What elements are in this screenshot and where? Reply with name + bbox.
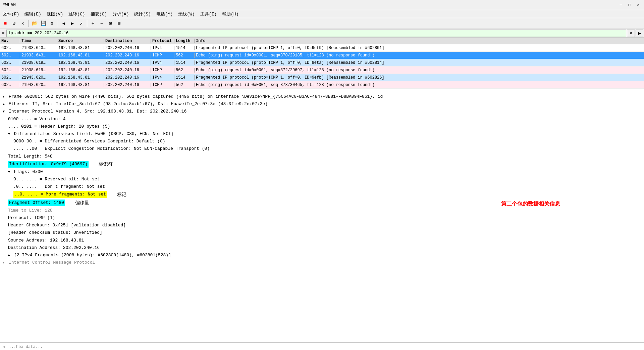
- menu-item-F[interactable]: 文件(F): [0, 10, 22, 18]
- reserved-line: 0... .... = Reserved bit: Not set: [0, 176, 644, 183]
- frag-offset-highlight: Fragment Offset: 1480: [8, 200, 65, 206]
- hex-row1: ◀ ...hex data...: [3, 344, 641, 349]
- dont-frag-line: .0.. .... = Don't fragment: Not set: [0, 183, 644, 190]
- frag-offset-annotation: 偏移量: [75, 200, 89, 206]
- proto-line: Protocol: ICMP (1): [0, 214, 644, 222]
- filter-label: ■: [1, 31, 6, 36]
- toolbar-goto-button[interactable]: ↗: [77, 19, 85, 28]
- packet-row[interactable]: 602… 21933.643… 192.168.43.81 202.202.24…: [0, 44, 644, 52]
- toolbar-sep2: [58, 20, 58, 27]
- col-header-length: Length: [174, 39, 195, 43]
- ipv4-section[interactable]: Internet Protocol Version 4, Src: 192.16…: [0, 108, 644, 115]
- packet-row[interactable]: 602… 21938.619… 192.168.43.81 202.202.24…: [0, 67, 644, 74]
- more-frag-annotation: 标记: [117, 191, 126, 198]
- second-packet-annotation: 第二个包的数据相关信息: [501, 201, 560, 208]
- toolbar-filter-button[interactable]: ⊞: [115, 19, 123, 28]
- filter-input[interactable]: [6, 30, 626, 37]
- toolbar-sep1: [29, 20, 29, 27]
- identification-highlight: Identification: 0x9ef9 (40697): [8, 161, 89, 168]
- menu-item-I[interactable]: 工具(I): [198, 10, 219, 18]
- dst-addr-line: Destination Address: 202.202.240.16: [0, 244, 644, 252]
- icmp-line[interactable]: Internet Control Message Protocol: [0, 259, 644, 266]
- toolbar-plus-button[interactable]: +: [89, 19, 97, 28]
- dsfield-line[interactable]: Differentiated Services Field: 0x00 (DSC…: [0, 130, 644, 138]
- title-bar-text: *WLAN: [3, 2, 16, 7]
- col-header-time: Time: [20, 39, 57, 43]
- ttl-line: Time to Live: 128: [0, 207, 644, 214]
- packet-list-header: No. Time Source Destination Protocol Len…: [0, 38, 644, 44]
- packet-row[interactable]: 602… 21943.620… 192.168.43.81 202.202.24…: [0, 74, 644, 81]
- menu-item-A[interactable]: 分析(A): [110, 10, 131, 18]
- ecn-line: .... ..00 = Explicit Congestion Notifica…: [0, 145, 644, 152]
- menu-item-Y[interactable]: 电话(Y): [154, 10, 175, 18]
- toolbar-sep3: [87, 20, 87, 27]
- src-addr-line: Source Address: 192.168.43.81: [0, 237, 644, 244]
- checksum-status-line: [Header checksum status: Unverified]: [0, 229, 644, 236]
- packet-row[interactable]: 602… 21938.619… 192.168.43.81 202.202.24…: [0, 59, 644, 67]
- title-bar: *WLAN ─ □ ✕: [0, 0, 644, 10]
- hex-panel: ◀ ...hex data...: [0, 343, 644, 350]
- toolbar-fit-button[interactable]: ⊡: [106, 19, 114, 28]
- dscp-line: 0000 00.. = Differentiated Services Code…: [0, 138, 644, 145]
- menu-item-V[interactable]: 视图(V): [44, 10, 66, 18]
- filter-bar: ■ ✕ ▶: [0, 29, 644, 38]
- col-header-destination: Destination: [104, 39, 151, 43]
- title-bar-controls: ─ □ ✕: [618, 2, 641, 8]
- identification-line: Identification: 0x9ef9 (40697) 标识符: [0, 160, 644, 168]
- filter-apply-button[interactable]: ▶: [636, 30, 643, 37]
- packet-rows: 602… 21933.643… 192.168.43.81 202.202.24…: [0, 44, 644, 89]
- hex-scroll-indicator: ◀: [3, 345, 5, 349]
- packet-row[interactable]: 602… 21933.643… 192.168.43.81 202.202.24…: [0, 52, 644, 59]
- toolbar-open-button[interactable]: 📂: [31, 19, 39, 28]
- toolbar-restart-button[interactable]: ↺: [10, 19, 18, 28]
- fragments-line[interactable]: [2 IPv4 Fragments (2008 bytes): #602800(…: [0, 252, 644, 259]
- version-line: 0100 .... = Version: 4: [0, 116, 644, 123]
- close-button[interactable]: ✕: [635, 2, 641, 8]
- menu-item-W[interactable]: 无线(W): [175, 10, 197, 18]
- col-header-protocol: Protocol: [151, 39, 174, 43]
- col-header-info: Info: [195, 39, 644, 43]
- header-len-line: .... 0101 = Header Length: 20 bytes (5): [0, 123, 644, 130]
- packet-row[interactable]: 602… 21943.620… 192.168.43.81 202.202.24…: [0, 81, 644, 89]
- main-content: No. Time Source Destination Protocol Len…: [0, 38, 644, 343]
- col-header-source: Source: [57, 39, 104, 43]
- frame-line[interactable]: Frame 602801: 562 bytes on wire (4496 bi…: [0, 93, 644, 100]
- toolbar-btn3[interactable]: ✕: [19, 19, 27, 28]
- checksum-line: Header Checksum: 0xf251 [validation disa…: [0, 222, 644, 229]
- minimize-button[interactable]: ─: [618, 2, 624, 8]
- filter-clear-button[interactable]: ✕: [627, 30, 635, 37]
- toolbar-stop-button[interactable]: ■: [1, 19, 9, 28]
- toolbar-close-button[interactable]: ⊠: [48, 19, 56, 28]
- menu-item-C[interactable]: 捕获(C): [88, 10, 110, 18]
- menu-item-G[interactable]: 跳转(G): [66, 10, 88, 18]
- menu-item-S[interactable]: 统计(S): [131, 10, 153, 18]
- identification-annotation: 标识符: [99, 161, 113, 168]
- total-len-line: Total Length: 548: [0, 153, 644, 160]
- toolbar-save-button[interactable]: 💾: [39, 19, 47, 28]
- toolbar-forward-button[interactable]: ▶: [68, 19, 76, 28]
- more-frag-highlight: ..0. .... = More fragments: Not set: [13, 191, 107, 198]
- toolbar-minus-button[interactable]: −: [98, 19, 106, 28]
- packet-list: No. Time Source Destination Protocol Len…: [0, 38, 644, 93]
- more-frag-line: ..0. .... = More fragments: Not set 标记: [0, 190, 644, 199]
- menu-bar: 文件(F)编辑(E)视图(V)跳转(G)捕获(C)分析(A)统计(S)电话(Y)…: [0, 10, 644, 18]
- detail-panel[interactable]: Frame 602801: 562 bytes on wire (4496 bi…: [0, 93, 644, 343]
- menu-item-E[interactable]: 编辑(E): [22, 10, 44, 18]
- toolbar: ■ ↺ ✕ 📂 💾 ⊠ ◀ ▶ ↗ + − ⊡ ⊞: [0, 18, 644, 29]
- toolbar-back-button[interactable]: ◀: [60, 19, 68, 28]
- ethernet-line[interactable]: Ethernet II, Src: IntelCor_8c:b1:67 (98:…: [0, 100, 644, 108]
- col-header-no: No.: [0, 39, 20, 43]
- flags-line[interactable]: Flags: 0x00: [0, 168, 644, 176]
- maximize-button[interactable]: □: [627, 2, 633, 8]
- menu-item-H[interactable]: 帮助(H): [219, 10, 241, 18]
